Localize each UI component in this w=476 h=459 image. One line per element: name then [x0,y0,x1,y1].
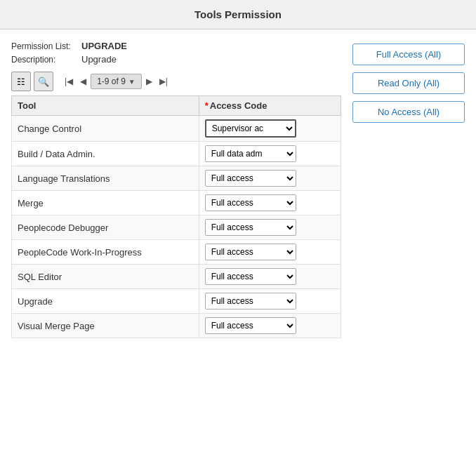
permission-list-row: Permission List: UPGRADE [11,41,341,51]
access-code-cell: Supervisor acFull data admFull accessRea… [199,166,341,191]
full-access-all-button[interactable]: Full Access (All) [352,44,465,65]
access-code-select[interactable]: Supervisor acFull data admFull accessRea… [205,268,296,285]
first-page-button[interactable]: |◀ [62,75,76,88]
access-code-select[interactable]: Supervisor acFull data admFull accessRea… [205,244,296,260]
description-value: Upgrade [81,54,117,65]
table-row: UpgradeSupervisor acFull data admFull ac… [12,289,341,314]
access-code-select[interactable]: Supervisor acFull data admFull accessRea… [205,293,296,310]
access-code-cell: Supervisor acFull data admFull accessRea… [199,215,341,240]
tool-name-cell: Build / Data Admin. [12,142,199,166]
page-title: Tools Permission [0,0,476,29]
permission-list-value: UPGRADE [81,41,127,51]
access-code-cell: Supervisor acFull data admFull accessRea… [199,116,341,142]
table-row: Peoplecode DebuggerSupervisor acFull dat… [12,215,341,240]
next-page-button[interactable]: ▶ [143,75,155,88]
access-code-select[interactable]: Supervisor acFull data admFull accessRea… [205,317,296,334]
access-code-cell: Supervisor acFull data admFull accessRea… [199,191,341,215]
tool-name-cell: Peoplecode Debugger [12,215,199,240]
tools-table: Tool Access Code Change ControlSuperviso… [11,95,341,338]
permission-list-label: Permission List: [11,41,81,51]
prev-page-button[interactable]: ◀ [77,75,89,88]
table-row: PeopleCode Work-In-ProgressSupervisor ac… [12,240,341,265]
access-code-select[interactable]: Supervisor acFull data admFull accessRea… [205,145,296,162]
left-panel: Permission List: UPGRADE Description: Up… [11,41,341,338]
tool-name-cell: PeopleCode Work-In-Progress [12,240,199,265]
access-code-select[interactable]: Supervisor acFull data admFull accessRea… [205,219,296,236]
page-indicator: 1-9 of 9 ▼ [91,74,142,89]
description-row: Description: Upgrade [11,54,341,65]
access-code-cell: Supervisor acFull data admFull accessRea… [199,265,341,289]
search-icon: 🔍 [38,76,49,87]
access-code-select[interactable]: Supervisor acFull data admFull accessRea… [205,194,296,211]
tool-name-cell: Visual Merge Page [12,314,199,338]
access-code-cell: Supervisor acFull data admFull accessRea… [199,240,341,265]
table-row: Language TranslationsSupervisor acFull d… [12,166,341,191]
read-only-all-button[interactable]: Read Only (All) [352,72,465,94]
tool-name-cell: Change Control [12,116,199,142]
access-code-cell: Supervisor acFull data admFull accessRea… [199,314,341,338]
right-panel: Full Access (All)Read Only (All)No Acces… [352,41,465,338]
access-code-select[interactable]: Supervisor acFull data admFull accessRea… [205,119,296,138]
tool-name-cell: Merge [12,191,199,215]
no-access-all-button[interactable]: No Access (All) [352,101,465,123]
tool-name-cell: SQL Editor [12,265,199,289]
nav-controls: |◀ ◀ 1-9 of 9 ▼ ▶ ▶| [62,74,171,89]
description-label: Description: [11,55,81,65]
col-tool-header: Tool [12,96,199,116]
table-row: Change ControlSupervisor acFull data adm… [12,116,341,142]
access-code-cell: Supervisor acFull data admFull accessRea… [199,142,341,166]
table-row: SQL EditorSupervisor acFull data admFull… [12,265,341,289]
table-row: Visual Merge PageSupervisor acFull data … [12,314,341,338]
grid-view-button[interactable]: ☷ [11,72,31,91]
table-row: MergeSupervisor acFull data admFull acce… [12,191,341,215]
last-page-button[interactable]: ▶| [157,75,171,88]
search-button[interactable]: 🔍 [34,72,53,91]
grid-icon: ☷ [17,76,25,87]
page-dropdown-arrow[interactable]: ▼ [128,78,135,86]
table-row: Build / Data Admin.Supervisor acFull dat… [12,142,341,166]
access-code-cell: Supervisor acFull data admFull accessRea… [199,289,341,314]
col-access-header: Access Code [199,96,341,116]
toolbar: ☷ 🔍 |◀ ◀ 1-9 of 9 ▼ ▶ ▶| [11,72,341,91]
page-info-text: 1-9 of 9 [97,76,126,86]
tool-name-cell: Upgrade [12,289,199,314]
access-code-select[interactable]: Supervisor acFull data admFull accessRea… [205,170,296,187]
tool-name-cell: Language Translations [12,166,199,191]
